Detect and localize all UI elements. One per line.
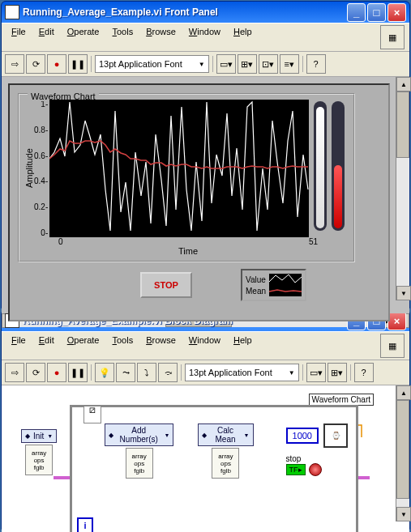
front-panel-window: Running_Average_Example.vi Front Panel _…	[1, 1, 410, 309]
menu-tools[interactable]: Tools	[107, 25, 138, 49]
run-button[interactable]: ⇨	[5, 54, 24, 74]
vertical-scrollbar[interactable]: ▲ ▼	[396, 77, 409, 300]
menu-operate[interactable]: Operate	[62, 334, 105, 358]
calc-selector[interactable]: Calc Mean	[198, 423, 253, 446]
toolbar: ⇨ ⟳ ● ❚❚ 💡 ⤳ ⤵ ⤼ 13pt Application Font ▭…	[2, 360, 409, 385]
while-loop[interactable]: ⚂ Add Number(s) array ops fglb Calc Mean…	[70, 405, 358, 532]
add-subvi-icon[interactable]: array ops fglb	[126, 448, 153, 479]
highlight-button[interactable]: 💡	[95, 363, 114, 382]
minimize-button[interactable]: _	[347, 3, 366, 22]
menubar: File Edit Operate Tools Browse Window He…	[2, 23, 409, 51]
distribute-button[interactable]: ⊞▾	[238, 54, 257, 74]
delay-constant[interactable]: 1000	[286, 428, 319, 444]
calc-subvi-icon[interactable]: array ops fglb	[212, 448, 239, 479]
front-panel-titlebar[interactable]: Running_Average_Example.vi Front Panel _…	[2, 2, 409, 23]
chart-legend: Value Mean	[241, 269, 306, 301]
menu-edit[interactable]: Edit	[34, 334, 59, 358]
y-tick: 0.8-	[34, 126, 48, 134]
reorder-button[interactable]: ≡▾	[280, 54, 299, 74]
menu-edit[interactable]: Edit	[34, 25, 59, 49]
help-button[interactable]: ?	[354, 363, 374, 382]
y-axis-label: Amplitude	[24, 100, 34, 237]
menubar: File Edit Operate Tools Browse Window He…	[2, 331, 409, 360]
retain-wire-button[interactable]: ⤳	[116, 363, 135, 382]
add-selector[interactable]: Add Number(s)	[105, 423, 173, 446]
menu-tools[interactable]: Tools	[107, 334, 138, 358]
menu-browse[interactable]: Browse	[141, 334, 181, 358]
x-tick: 0	[58, 237, 63, 246]
resize-button[interactable]: ⊡▾	[259, 54, 278, 74]
y-tick: 0.4-	[34, 177, 48, 185]
menu-operate[interactable]: Operate	[62, 25, 105, 49]
step-over-button[interactable]: ⤼	[158, 363, 178, 382]
scroll-down-icon[interactable]: ▼	[396, 286, 411, 300]
menu-window[interactable]: Window	[184, 25, 225, 49]
close-button[interactable]: ×	[387, 312, 406, 330]
value-series	[49, 102, 308, 231]
app-icon	[5, 5, 19, 19]
run-button[interactable]: ⇨	[5, 363, 24, 382]
toolbar: ⇨ ⟳ ● ❚❚ 13pt Application Font ▭▾ ⊞▾ ⊡▾ …	[2, 51, 409, 77]
x-tick: 51	[309, 237, 318, 246]
wait-ms-icon[interactable]: ⌚	[323, 423, 348, 448]
mean-thermometer[interactable]	[332, 101, 345, 231]
menu-help[interactable]: Help	[229, 25, 257, 49]
font-selector[interactable]: 13pt Application Font	[185, 364, 299, 381]
x-axis-label: Time	[58, 246, 318, 256]
block-diagram-window: Running_Average_Example.vi Block Diagram…	[1, 309, 410, 530]
pause-button[interactable]: ❚❚	[68, 54, 88, 74]
chart-plot-area[interactable]	[49, 100, 309, 237]
align-button[interactable]: ▭▾	[216, 54, 236, 74]
menu-file[interactable]: File	[6, 334, 31, 358]
stop-label: stop	[286, 454, 348, 463]
y-tick: 0.6-	[34, 151, 48, 160]
init-subvi-icon[interactable]: array ops fglb	[25, 445, 53, 475]
help-button[interactable]: ?	[306, 54, 326, 74]
abort-button[interactable]: ●	[47, 54, 66, 74]
dice-icon[interactable]: ⚂	[83, 406, 101, 423]
run-continuous-button[interactable]: ⟳	[26, 54, 45, 74]
front-panel-content: Waveform Chart Amplitude 1- 0.8- 0.6- 0.…	[2, 77, 409, 313]
stop-button[interactable]: STOP	[140, 272, 192, 298]
maximize-button[interactable]: □	[367, 3, 386, 22]
block-diagram-content: Waveform Chart Init array ops fglb ⚂ Add…	[2, 385, 409, 532]
scroll-up-icon[interactable]: ▲	[396, 77, 411, 92]
vi-icon[interactable]: ▦	[380, 334, 405, 358]
step-into-button[interactable]: ⤵	[137, 363, 156, 382]
abort-button[interactable]: ●	[47, 363, 66, 382]
legend-mean-label: Mean	[246, 287, 266, 296]
iteration-terminal-icon[interactable]: i	[77, 517, 93, 532]
window-title: Running_Average_Example.vi Front Panel	[23, 6, 345, 18]
distribute-button[interactable]: ⊞▾	[328, 363, 347, 382]
menu-help[interactable]: Help	[229, 334, 257, 358]
legend-value-label: Value	[246, 275, 266, 284]
pause-button[interactable]: ❚❚	[68, 363, 88, 382]
init-selector[interactable]: Init	[21, 429, 57, 443]
menu-browse[interactable]: Browse	[141, 25, 181, 49]
close-button[interactable]: ×	[387, 3, 406, 22]
run-continuous-button[interactable]: ⟳	[26, 363, 45, 382]
vertical-scrollbar[interactable]: ▲ ▼	[396, 385, 409, 521]
y-tick: 0-	[34, 228, 48, 237]
scroll-up-icon[interactable]: ▲	[396, 385, 411, 400]
scroll-down-icon[interactable]: ▼	[396, 507, 411, 521]
loop-condition-icon[interactable]	[309, 463, 322, 476]
stop-terminal[interactable]: TF▸	[286, 464, 306, 475]
chart-terminal-label: Waveform Chart	[309, 394, 374, 406]
menu-window[interactable]: Window	[184, 334, 225, 358]
value-thermometer[interactable]	[314, 101, 327, 231]
y-tick: 0.2-	[34, 202, 48, 211]
align-button[interactable]: ▭▾	[306, 363, 326, 382]
menu-file[interactable]: File	[6, 25, 31, 49]
font-selector[interactable]: 13pt Application Font	[95, 55, 209, 73]
vi-icon[interactable]: ▦	[380, 25, 405, 49]
waveform-chart[interactable]: Waveform Chart Amplitude 1- 0.8- 0.6- 0.…	[18, 93, 355, 262]
